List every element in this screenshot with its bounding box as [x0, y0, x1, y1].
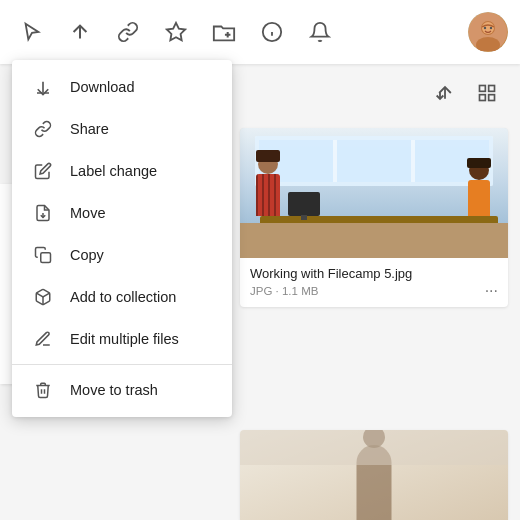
menu-item-download[interactable]: Download	[12, 66, 232, 108]
menu-item-move[interactable]: Move	[12, 192, 232, 234]
link-icon[interactable]	[108, 12, 148, 52]
grid-view-button[interactable]	[470, 76, 504, 110]
file-info-1: Working with Filecamp 5.jpg JPG · 1.1 MB…	[240, 258, 508, 307]
trash-icon	[32, 379, 54, 401]
svg-point-8	[484, 27, 486, 29]
info-icon[interactable]	[252, 12, 292, 52]
file-meta-1: JPG · 1.1 MB ···	[250, 283, 498, 299]
upload-icon[interactable]	[60, 12, 100, 52]
copy-icon	[32, 244, 54, 266]
file-thumbnail-1	[240, 128, 508, 258]
menu-item-label-change[interactable]: Label change	[12, 150, 232, 192]
edit-multiple-icon	[32, 328, 54, 350]
star-icon[interactable]	[156, 12, 196, 52]
download-icon	[32, 76, 54, 98]
file-type-size-1: JPG · 1.1 MB	[250, 285, 318, 297]
toolbar	[0, 0, 520, 64]
svg-rect-17	[480, 95, 486, 101]
dropdown-menu: Download Share Label change	[12, 60, 232, 417]
file-card-2[interactable]	[240, 430, 508, 520]
svg-rect-16	[489, 86, 495, 92]
collection-icon	[32, 286, 54, 308]
file-name-1: Working with Filecamp 5.jpg	[250, 266, 498, 281]
file-card-1[interactable]: Working with Filecamp 5.jpg JPG · 1.1 MB…	[240, 128, 508, 307]
svg-rect-18	[489, 95, 495, 101]
move-icon	[32, 202, 54, 224]
cursor-icon[interactable]	[12, 12, 52, 52]
share-icon	[32, 118, 54, 140]
menu-item-add-to-collection[interactable]: Add to collection	[12, 276, 232, 318]
menu-item-share[interactable]: Share	[12, 108, 232, 150]
svg-point-9	[490, 27, 492, 29]
menu-divider	[12, 364, 232, 365]
menu-item-edit-multiple[interactable]: Edit multiple files	[12, 318, 232, 360]
sort-button[interactable]	[428, 76, 462, 110]
label-change-icon	[32, 160, 54, 182]
file-more-button-1[interactable]: ···	[485, 283, 498, 299]
menu-item-copy[interactable]: Copy	[12, 234, 232, 276]
svg-marker-0	[167, 23, 185, 40]
menu-item-trash[interactable]: Move to trash	[12, 369, 232, 411]
svg-rect-15	[480, 86, 486, 92]
bell-icon[interactable]	[300, 12, 340, 52]
svg-rect-11	[41, 253, 51, 263]
avatar[interactable]	[468, 12, 508, 52]
add-folder-icon[interactable]	[204, 12, 244, 52]
